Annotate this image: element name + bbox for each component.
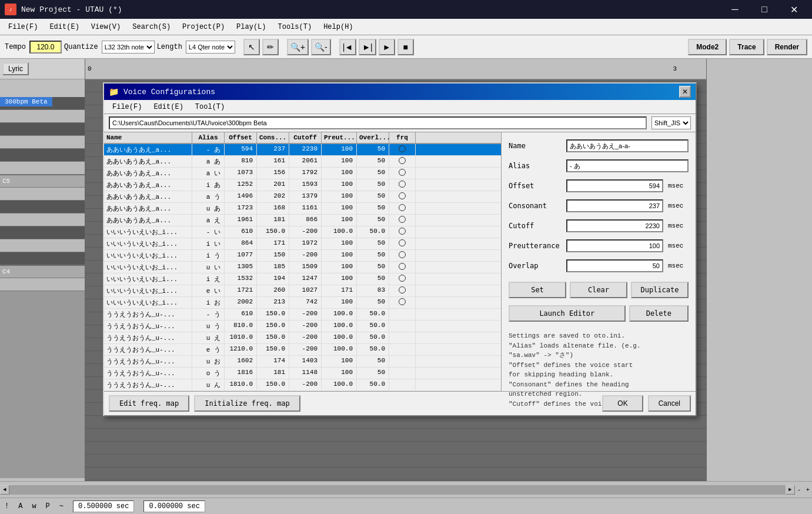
frq-circle-icon — [399, 251, 406, 258]
td-cons: 174 — [257, 356, 289, 367]
offset-field-row: Offset msec — [509, 179, 689, 192]
table-row[interactable]: いいいういえいお_i... i い 864 171 1972 100 50 — [104, 238, 501, 250]
td-overl: 50 — [357, 238, 389, 249]
alias-input[interactable] — [566, 159, 689, 172]
cutoff-input[interactable] — [566, 219, 663, 232]
duplicate-button[interactable]: Duplicate — [631, 282, 689, 298]
td-name: ううえうおうん_u-... — [104, 344, 192, 355]
ok-button[interactable]: OK — [602, 395, 643, 412]
td-offset: 1810.0 — [225, 379, 257, 390]
table-row[interactable]: ああいあうあえ_a... a え 1961 181 866 100 50 — [104, 215, 501, 226]
overlap-unit: msec — [668, 262, 689, 269]
set-button[interactable]: Set — [509, 282, 566, 298]
td-cutoff: 1972 — [289, 238, 322, 249]
td-offset: 1723 — [225, 203, 257, 214]
td-cutoff: 1593 — [289, 179, 322, 191]
frq-circle-icon — [399, 157, 406, 164]
td-offset: 1252 — [225, 179, 257, 191]
td-preut: 100 — [322, 203, 357, 214]
table-row[interactable]: ううえうおうん_u-... u ん 1810.0 150.0 -200 100.… — [104, 379, 501, 391]
dialog-menu: File(F) Edit(E) Tool(T) — [104, 100, 696, 114]
table-row[interactable]: ああいあうあえ_a... i あ 1252 201 1593 100 50 — [104, 179, 501, 191]
frq-circle-icon — [399, 239, 406, 246]
table-row[interactable]: ああいあうあえ_a... a い 1073 156 1792 100 50 — [104, 168, 501, 179]
td-alias: a う — [192, 191, 225, 202]
launch-editor-button[interactable]: Launch Editor — [509, 305, 626, 322]
td-frq — [389, 262, 416, 273]
td-overl: 50 — [357, 215, 389, 226]
action-buttons-row1: Set Clear Duplicate — [509, 282, 689, 298]
td-name: いいいういえいお_i... — [104, 250, 192, 261]
td-frq — [389, 321, 416, 332]
offset-input[interactable] — [566, 179, 663, 192]
td-overl: 50.0 — [357, 226, 389, 238]
table-row[interactable]: いいいういえいお_i... - い 610 150.0 -200 100.0 5… — [104, 226, 501, 238]
offset-label: Offset — [509, 182, 562, 190]
td-cutoff: -200 — [289, 309, 322, 320]
table-row[interactable]: ああいあうあえ_a... - あ 594 237 2230 100 50 — [104, 144, 501, 156]
td-offset: 1602 — [225, 356, 257, 367]
edit-freq-map-button[interactable]: Edit freq. map — [109, 395, 189, 412]
table-row[interactable]: ううえうおうん_u-... - う 610 150.0 -200 100.0 5… — [104, 309, 501, 321]
encoding-select[interactable]: Shift_JIS — [651, 116, 691, 129]
td-offset: 1077 — [225, 250, 257, 261]
td-cutoff: -200 — [289, 250, 322, 261]
dialog-body: Name Alias Offset Cons... Cutoff Preut..… — [104, 132, 696, 391]
consonant-field-row: Consonant msec — [509, 199, 689, 212]
name-input[interactable] — [566, 139, 689, 152]
table-row[interactable]: ううえうおうん_u-... o う 1816 181 1148 100 50 — [104, 368, 501, 379]
dialog-menu-tool[interactable]: Tool(T) — [189, 102, 230, 112]
td-alias: a え — [192, 215, 225, 226]
cancel-button[interactable]: Cancel — [648, 395, 691, 412]
td-offset: 610 — [225, 226, 257, 238]
table-row[interactable]: いいいういえいお_i... i お 2002 213 742 100 50 — [104, 297, 501, 309]
dialog-close-button[interactable]: ✕ — [679, 86, 691, 98]
table-row[interactable]: いいいういえいお_i... i え 1532 194 1247 100 50 — [104, 273, 501, 285]
td-cutoff: 866 — [289, 215, 322, 226]
frq-circle-icon — [399, 275, 406, 282]
preutterance-input[interactable] — [566, 239, 663, 252]
init-freq-map-button[interactable]: Initialize freq. map — [194, 395, 300, 412]
td-offset: 1073 — [225, 168, 257, 179]
table-body[interactable]: ああいあうあえ_a... - あ 594 237 2230 100 50 ああい… — [104, 144, 501, 391]
table-row[interactable]: ううえうおうん_u-... u え 1010.0 150.0 -200 100.… — [104, 332, 501, 344]
td-cons: 213 — [257, 297, 289, 308]
table-row[interactable]: ううえうおうん_u-... e う 1210.0 150.0 -200 100.… — [104, 344, 501, 356]
td-alias: - あ — [192, 144, 225, 155]
td-cons: 201 — [257, 179, 289, 191]
overlap-input[interactable] — [566, 259, 663, 272]
table-row[interactable]: ああいあうあえ_a... a う 1496 202 1379 100 50 — [104, 191, 501, 203]
dialog-menu-file[interactable]: File(F) — [106, 102, 148, 112]
table-row[interactable]: ううえうおうん_u-... u お 1602 174 1403 100 50 — [104, 356, 501, 368]
td-overl: 50.0 — [357, 379, 389, 390]
td-preut: 171 — [322, 285, 357, 296]
td-cons: 181 — [257, 215, 289, 226]
td-cutoff: 1161 — [289, 203, 322, 214]
table-row[interactable]: いいいういえいお_i... e い 1721 260 1027 171 83 — [104, 285, 501, 297]
cutoff-label: Cutoff — [509, 222, 562, 230]
table-row[interactable]: いいいういえいお_i... u い 1305 185 1509 100 50 — [104, 262, 501, 273]
td-frq — [389, 356, 416, 367]
td-frq — [389, 215, 416, 226]
alias-label: Alias — [509, 162, 562, 170]
td-preut: 100.0 — [322, 226, 357, 238]
dialog-title-icon: 📁 — [109, 87, 119, 97]
table-row[interactable]: いいいういえいお_i... i う 1077 150 -200 100 50 — [104, 250, 501, 262]
delete-button[interactable]: Delete — [629, 305, 689, 322]
table-row[interactable]: ああいあうあえ_a... a あ 810 161 2061 100 50 — [104, 156, 501, 168]
td-preut: 100 — [322, 238, 357, 249]
consonant-unit: msec — [668, 202, 689, 209]
frq-circle-icon — [399, 192, 406, 199]
td-preut: 100.0 — [322, 332, 357, 343]
consonant-input[interactable] — [566, 199, 663, 212]
dialog-menu-edit[interactable]: Edit(E) — [148, 102, 189, 112]
frq-circle-icon — [399, 181, 406, 188]
clear-button[interactable]: Clear — [570, 282, 627, 298]
td-cons: 237 — [257, 144, 289, 155]
td-alias: - い — [192, 226, 225, 238]
table-row[interactable]: ううえうおうん_u-... u う 810.0 150.0 -200 100.0… — [104, 321, 501, 332]
td-overl: 50 — [357, 191, 389, 202]
table-row[interactable]: ああいあうあえ_a... u あ 1723 168 1161 100 50 — [104, 203, 501, 215]
td-offset: 1721 — [225, 285, 257, 296]
path-input[interactable] — [109, 116, 647, 129]
